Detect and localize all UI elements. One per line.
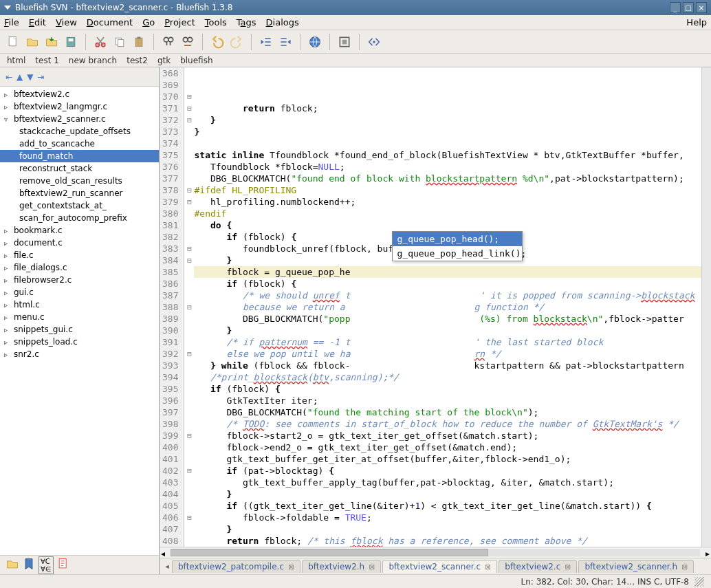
expander-icon[interactable]: ▹: [4, 289, 11, 296]
tree-item[interactable]: stackcache_update_offsets: [0, 125, 159, 138]
close-tab-icon[interactable]: ⊠: [485, 563, 491, 571]
tree-item[interactable]: ▹file_dialogs.c: [0, 261, 159, 274]
close-button[interactable]: ×: [696, 2, 707, 13]
menu-go[interactable]: Go: [142, 17, 155, 28]
tree-item[interactable]: ▹bookmark.c: [0, 224, 159, 237]
fold-column[interactable]: ⊟⊟⊟⊟⊟⊟⊟⊟⊟⊟⊟⊟: [184, 67, 194, 547]
menu-dialogs[interactable]: Dialogs: [266, 17, 299, 28]
snippets-tab-icon[interactable]: [56, 557, 70, 573]
new-file-button[interactable]: [4, 33, 22, 51]
tree-item[interactable]: ▹bftextview2_langmgr.c: [0, 100, 159, 113]
find-button[interactable]: [160, 33, 177, 51]
minimize-button[interactable]: _: [670, 2, 681, 13]
menu-document[interactable]: Document: [87, 17, 133, 28]
tree-item[interactable]: ▹snr2.c: [0, 348, 159, 360]
nav-down-icon[interactable]: ▼: [27, 72, 33, 82]
scroll-right-icon[interactable]: ▸: [705, 549, 710, 558]
scroll-left-icon[interactable]: ◂: [161, 549, 165, 558]
tree-item[interactable]: ▹bftextview2.c: [0, 88, 159, 100]
bookmarks-tab-icon[interactable]: [22, 557, 36, 573]
expander-icon[interactable]: ▹: [4, 301, 11, 309]
vertical-scrollbar[interactable]: [701, 67, 711, 547]
doctab[interactable]: bluefish: [180, 56, 212, 65]
doctab[interactable]: test 1: [35, 56, 59, 65]
close-tab-icon[interactable]: ⊠: [681, 563, 688, 571]
close-tab-icon[interactable]: ⊠: [369, 563, 375, 571]
file-tab[interactable]: bftextview2_scanner.c⊠: [382, 560, 497, 573]
window-menu-icon[interactable]: [4, 6, 11, 10]
expander-icon[interactable]: ▹: [4, 338, 11, 346]
tree-item[interactable]: remove_old_scan_results: [0, 175, 159, 187]
find-replace-button[interactable]: [179, 33, 197, 51]
maximize-button[interactable]: □: [683, 2, 694, 13]
save-as-button[interactable]: [62, 33, 80, 51]
doctab[interactable]: test2: [127, 56, 148, 65]
expander-icon[interactable]: ▹: [4, 239, 11, 247]
doctab[interactable]: gtk: [157, 56, 171, 65]
unindent-button[interactable]: [257, 33, 275, 51]
browser-preview-button[interactable]: [306, 33, 324, 51]
expander-icon[interactable]: ▹: [4, 326, 11, 334]
expander-icon[interactable]: ▹: [4, 91, 11, 98]
redo-button[interactable]: [228, 33, 245, 51]
tree-item[interactable]: ▹file.c: [0, 249, 159, 261]
tree-item[interactable]: found_match: [0, 150, 159, 162]
close-tab-icon[interactable]: ⊠: [565, 563, 571, 571]
tree-item[interactable]: ▹filebrowser2.c: [0, 274, 159, 286]
close-tab-icon[interactable]: ⊠: [288, 563, 294, 571]
doctab[interactable]: new branch: [69, 56, 117, 65]
autocomplete-item[interactable]: g_queue_pop_head_link();: [393, 246, 522, 261]
tree-item[interactable]: scan_for_autocomp_prefix: [0, 212, 159, 224]
open-file-button[interactable]: [23, 33, 41, 51]
autocomplete-popup[interactable]: g_queue_pop_head();g_queue_pop_head_link…: [392, 231, 523, 261]
function-tree[interactable]: ▹bftextview2.c▹bftextview2_langmgr.c▿bft…: [0, 87, 159, 555]
expander-icon[interactable]: ▹: [4, 351, 11, 358]
tree-item[interactable]: reconstruct_stack: [0, 162, 159, 175]
doctab[interactable]: html: [7, 56, 25, 65]
tree-item[interactable]: ▹menu.c: [0, 311, 159, 323]
nav-last-icon[interactable]: ⇥: [38, 72, 45, 82]
undo-button[interactable]: [208, 33, 226, 51]
autocomplete-item[interactable]: g_queue_pop_head();: [393, 232, 522, 246]
tree-item[interactable]: ▹gui.c: [0, 286, 159, 298]
expander-icon[interactable]: ▹: [4, 276, 11, 284]
expander-icon[interactable]: ▹: [4, 103, 11, 111]
tree-item[interactable]: ▹snippets_gui.c: [0, 323, 159, 336]
tree-item[interactable]: ▿bftextview2_scanner.c: [0, 113, 159, 125]
code-text[interactable]: g_queue_pop_head();g_queue_pop_head_link…: [194, 67, 701, 547]
indent-button[interactable]: [276, 33, 294, 51]
nav-first-icon[interactable]: ⇤: [6, 72, 12, 82]
expander-icon[interactable]: ▹: [4, 227, 11, 235]
tree-item[interactable]: add_to_scancache: [0, 138, 159, 150]
tree-item[interactable]: bftextview2_run_scanner: [0, 187, 159, 199]
tree-item[interactable]: ▹html.c: [0, 298, 159, 311]
file-tab[interactable]: bftextview2.c⊠: [499, 560, 577, 573]
file-tab[interactable]: bftextview2_scanner.h⊠: [578, 560, 694, 573]
copy-button[interactable]: [111, 33, 129, 51]
tree-item[interactable]: get_contextstack_at_: [0, 199, 159, 212]
menu-tags[interactable]: Tags: [237, 17, 256, 28]
menu-view[interactable]: View: [56, 17, 77, 28]
fullscreen-button[interactable]: [336, 33, 353, 51]
menu-help[interactable]: Help: [686, 17, 707, 28]
file-tab[interactable]: bftextview2.h⊠: [302, 560, 381, 573]
tree-item[interactable]: ▹snippets_load.c: [0, 336, 159, 348]
menu-edit[interactable]: Edit: [29, 17, 46, 28]
tabs-scroll-left[interactable]: ◂: [162, 562, 172, 571]
menu-tools[interactable]: Tools: [205, 17, 227, 28]
nav-up-icon[interactable]: ▲: [17, 72, 23, 82]
resize-grip-icon[interactable]: [694, 577, 704, 587]
view-button[interactable]: [365, 33, 383, 51]
cut-button[interactable]: [91, 33, 109, 51]
paste-button[interactable]: [130, 33, 148, 51]
expander-icon[interactable]: ▹: [4, 252, 11, 259]
charmap-tab-icon[interactable]: ∀C∀∈: [39, 556, 54, 574]
menu-project[interactable]: Project: [164, 17, 195, 28]
tree-item[interactable]: ▹document.c: [0, 237, 159, 249]
horizontal-scrollbar[interactable]: ◂ ▸: [160, 547, 711, 558]
save-file-button[interactable]: [43, 33, 61, 51]
menu-file[interactable]: File: [4, 17, 19, 28]
expander-icon[interactable]: ▹: [4, 314, 11, 321]
expander-icon[interactable]: ▹: [4, 264, 11, 272]
expander-icon[interactable]: ▿: [4, 116, 11, 123]
